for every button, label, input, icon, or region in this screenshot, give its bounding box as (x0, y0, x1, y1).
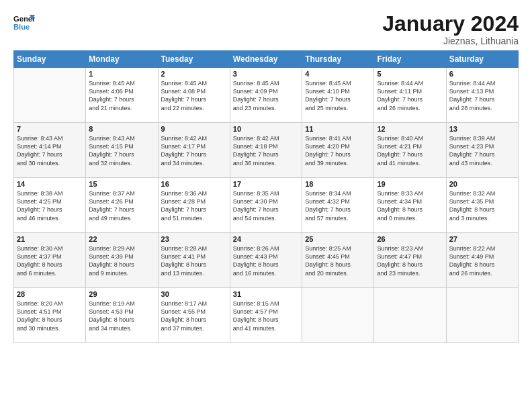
cell-info: Sunrise: 8:34 AM Sunset: 4:32 PM Dayligh… (305, 189, 371, 222)
day-cell: 14Sunrise: 8:38 AM Sunset: 4:25 PM Dayli… (14, 178, 86, 233)
day-number: 29 (89, 290, 154, 298)
header-row: SundayMondayTuesdayWednesdayThursdayFrid… (14, 51, 519, 68)
day-cell: 1Sunrise: 8:45 AM Sunset: 4:06 PM Daylig… (86, 68, 158, 123)
location: Jieznas, Lithuania (382, 36, 519, 46)
cell-info: Sunrise: 8:36 AM Sunset: 4:28 PM Dayligh… (161, 189, 227, 222)
week-row-4: 21Sunrise: 8:30 AM Sunset: 4:37 PM Dayli… (14, 233, 519, 288)
day-number: 15 (89, 180, 154, 188)
week-row-1: 1Sunrise: 8:45 AM Sunset: 4:06 PM Daylig… (14, 68, 519, 123)
day-number: 11 (305, 125, 371, 133)
cell-info: Sunrise: 8:45 AM Sunset: 4:09 PM Dayligh… (233, 79, 299, 112)
calendar-table: SundayMondayTuesdayWednesdayThursdayFrid… (13, 50, 519, 343)
day-cell: 22Sunrise: 8:29 AM Sunset: 4:39 PM Dayli… (86, 233, 158, 288)
cell-info: Sunrise: 8:29 AM Sunset: 4:39 PM Dayligh… (89, 244, 154, 277)
day-cell: 29Sunrise: 8:19 AM Sunset: 4:53 PM Dayli… (86, 288, 158, 343)
day-cell: 30Sunrise: 8:17 AM Sunset: 4:55 PM Dayli… (158, 288, 230, 343)
day-number: 7 (17, 125, 83, 133)
day-number: 22 (89, 235, 154, 243)
day-number: 26 (377, 235, 443, 243)
day-number: 6 (449, 70, 515, 78)
day-number: 3 (233, 70, 299, 78)
cell-info: Sunrise: 8:43 AM Sunset: 4:14 PM Dayligh… (17, 134, 83, 167)
day-number: 23 (161, 235, 227, 243)
cell-info: Sunrise: 8:38 AM Sunset: 4:25 PM Dayligh… (17, 189, 83, 222)
day-cell: 25Sunrise: 8:25 AM Sunset: 4:45 PM Dayli… (302, 233, 374, 288)
day-cell: 11Sunrise: 8:41 AM Sunset: 4:20 PM Dayli… (302, 123, 374, 178)
day-cell: 3Sunrise: 8:45 AM Sunset: 4:09 PM Daylig… (230, 68, 302, 123)
day-number: 21 (17, 235, 83, 243)
cell-info: Sunrise: 8:17 AM Sunset: 4:55 PM Dayligh… (161, 300, 227, 332)
cell-info: Sunrise: 8:25 AM Sunset: 4:45 PM Dayligh… (305, 244, 371, 277)
col-header-tuesday: Tuesday (158, 51, 230, 68)
logo-icon: General Blue (13, 12, 35, 34)
day-cell: 12Sunrise: 8:40 AM Sunset: 4:21 PM Dayli… (374, 123, 446, 178)
day-number: 31 (233, 290, 299, 298)
day-number: 13 (449, 125, 515, 133)
cell-info: Sunrise: 8:45 AM Sunset: 4:10 PM Dayligh… (305, 79, 371, 112)
day-cell: 17Sunrise: 8:35 AM Sunset: 4:30 PM Dayli… (230, 178, 302, 233)
day-number: 27 (449, 235, 515, 243)
day-cell (14, 68, 86, 123)
logo: General Blue (13, 12, 35, 34)
day-number: 18 (305, 180, 371, 188)
header: General Blue January 2024 Jieznas, Lithu… (13, 12, 519, 46)
day-cell: 26Sunrise: 8:23 AM Sunset: 4:47 PM Dayli… (374, 233, 446, 288)
day-cell (374, 288, 446, 343)
day-number: 1 (89, 70, 154, 78)
cell-info: Sunrise: 8:26 AM Sunset: 4:43 PM Dayligh… (233, 244, 299, 277)
month-title: January 2024 (382, 12, 519, 36)
day-number: 17 (233, 180, 299, 188)
col-header-thursday: Thursday (302, 51, 374, 68)
cell-info: Sunrise: 8:44 AM Sunset: 4:11 PM Dayligh… (377, 79, 443, 112)
cell-info: Sunrise: 8:20 AM Sunset: 4:51 PM Dayligh… (17, 300, 83, 332)
day-number: 12 (377, 125, 443, 133)
title-block: January 2024 Jieznas, Lithuania (382, 12, 519, 46)
day-cell: 8Sunrise: 8:43 AM Sunset: 4:15 PM Daylig… (86, 123, 158, 178)
day-number: 8 (89, 125, 154, 133)
day-cell: 2Sunrise: 8:45 AM Sunset: 4:08 PM Daylig… (158, 68, 230, 123)
day-number: 28 (17, 290, 83, 298)
day-number: 25 (305, 235, 371, 243)
day-cell (446, 288, 518, 343)
day-cell: 18Sunrise: 8:34 AM Sunset: 4:32 PM Dayli… (302, 178, 374, 233)
day-cell: 5Sunrise: 8:44 AM Sunset: 4:11 PM Daylig… (374, 68, 446, 123)
day-cell: 21Sunrise: 8:30 AM Sunset: 4:37 PM Dayli… (14, 233, 86, 288)
col-header-saturday: Saturday (446, 51, 518, 68)
day-number: 4 (305, 70, 371, 78)
cell-info: Sunrise: 8:19 AM Sunset: 4:53 PM Dayligh… (89, 300, 154, 332)
day-cell: 9Sunrise: 8:42 AM Sunset: 4:17 PM Daylig… (158, 123, 230, 178)
day-number: 10 (233, 125, 299, 133)
cell-info: Sunrise: 8:45 AM Sunset: 4:06 PM Dayligh… (89, 79, 154, 112)
day-cell: 13Sunrise: 8:39 AM Sunset: 4:23 PM Dayli… (446, 123, 518, 178)
cell-info: Sunrise: 8:30 AM Sunset: 4:37 PM Dayligh… (17, 244, 83, 277)
cell-info: Sunrise: 8:23 AM Sunset: 4:47 PM Dayligh… (377, 244, 443, 277)
day-number: 19 (377, 180, 443, 188)
week-row-5: 28Sunrise: 8:20 AM Sunset: 4:51 PM Dayli… (14, 288, 519, 343)
day-number: 2 (161, 70, 227, 78)
day-number: 5 (377, 70, 443, 78)
day-cell: 28Sunrise: 8:20 AM Sunset: 4:51 PM Dayli… (14, 288, 86, 343)
col-header-monday: Monday (86, 51, 158, 68)
cell-info: Sunrise: 8:35 AM Sunset: 4:30 PM Dayligh… (233, 189, 299, 222)
day-cell: 19Sunrise: 8:33 AM Sunset: 4:34 PM Dayli… (374, 178, 446, 233)
day-cell: 4Sunrise: 8:45 AM Sunset: 4:10 PM Daylig… (302, 68, 374, 123)
day-number: 9 (161, 125, 227, 133)
day-cell: 16Sunrise: 8:36 AM Sunset: 4:28 PM Dayli… (158, 178, 230, 233)
cell-info: Sunrise: 8:42 AM Sunset: 4:17 PM Dayligh… (161, 134, 227, 167)
cell-info: Sunrise: 8:22 AM Sunset: 4:49 PM Dayligh… (449, 244, 515, 277)
day-cell: 20Sunrise: 8:32 AM Sunset: 4:35 PM Dayli… (446, 178, 518, 233)
cell-info: Sunrise: 8:40 AM Sunset: 4:21 PM Dayligh… (377, 134, 443, 167)
cell-info: Sunrise: 8:28 AM Sunset: 4:41 PM Dayligh… (161, 244, 227, 277)
day-cell: 6Sunrise: 8:44 AM Sunset: 4:13 PM Daylig… (446, 68, 518, 123)
cell-info: Sunrise: 8:42 AM Sunset: 4:18 PM Dayligh… (233, 134, 299, 167)
day-number: 24 (233, 235, 299, 243)
col-header-sunday: Sunday (14, 51, 86, 68)
cell-info: Sunrise: 8:15 AM Sunset: 4:57 PM Dayligh… (233, 300, 299, 332)
day-cell: 27Sunrise: 8:22 AM Sunset: 4:49 PM Dayli… (446, 233, 518, 288)
cell-info: Sunrise: 8:43 AM Sunset: 4:15 PM Dayligh… (89, 134, 154, 167)
cell-info: Sunrise: 8:44 AM Sunset: 4:13 PM Dayligh… (449, 79, 515, 112)
cell-info: Sunrise: 8:33 AM Sunset: 4:34 PM Dayligh… (377, 189, 443, 222)
cell-info: Sunrise: 8:37 AM Sunset: 4:26 PM Dayligh… (89, 189, 154, 222)
day-number: 16 (161, 180, 227, 188)
day-cell: 7Sunrise: 8:43 AM Sunset: 4:14 PM Daylig… (14, 123, 86, 178)
